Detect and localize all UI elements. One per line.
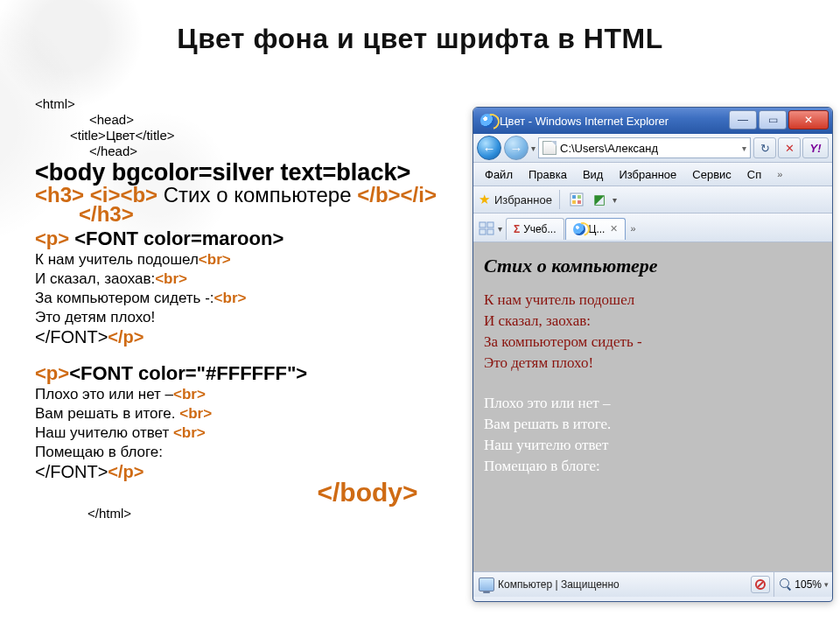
tag-html-open: <html> bbox=[35, 96, 455, 112]
ie-page-icon bbox=[573, 223, 585, 235]
navigation-bar: ← → ▾ C:\Users\Александ ▾ ↻ ✕ Y! bbox=[473, 134, 832, 163]
maximize-button[interactable]: ▭ bbox=[759, 110, 787, 130]
tag-title-line: <title>Цвет</title> bbox=[70, 128, 455, 144]
rendered-stanza-2: Плохо это или нет – Вам решать в итоге. … bbox=[484, 393, 822, 477]
tag-head-open: <head> bbox=[89, 112, 455, 128]
br-tag: <br> bbox=[173, 386, 206, 402]
quick-tabs-icon[interactable] bbox=[477, 219, 496, 238]
p1-l2: И сказал, заохав: bbox=[484, 312, 591, 329]
p2-l1: Плохо это или нет – bbox=[484, 395, 610, 411]
poem2-source: Плохо это или нет –<br> Вам решать в ито… bbox=[35, 385, 455, 462]
zoom-dropdown-icon[interactable]: ▾ bbox=[824, 580, 829, 589]
tag-h3-open: <h3> bbox=[35, 183, 84, 206]
tag-font-close-2: </FONT> bbox=[35, 462, 108, 481]
suggested-sites-icon[interactable] bbox=[567, 190, 586, 209]
security-zone-text: Компьютер | Защищенно bbox=[498, 578, 620, 591]
br-tag: <br> bbox=[179, 405, 212, 422]
poem1-l4: Это детям плохо! bbox=[35, 309, 155, 326]
tab-2-active[interactable]: Ц... ✕ bbox=[565, 218, 626, 240]
tabbar-overflow-icon[interactable]: » bbox=[626, 223, 639, 234]
stop-button[interactable]: ✕ bbox=[778, 137, 801, 158]
rendered-stanza-1: К нам учитель подошел И сказал, заохав: … bbox=[484, 290, 822, 374]
menu-bar: Файл Правка Вид Избранное Сервис Сп » bbox=[473, 163, 832, 186]
tag-html-close: </html> bbox=[88, 506, 455, 522]
rendered-page: Стих о компьютере К нам учитель подошел … bbox=[473, 242, 832, 571]
tag-p-open-1: <p> bbox=[35, 228, 69, 249]
forward-button[interactable]: → bbox=[504, 136, 528, 160]
tab-1[interactable]: Σ Учеб... bbox=[506, 218, 564, 240]
zoom-value: 105% bbox=[794, 578, 822, 591]
poem1-l1: К нам учитель подошел bbox=[35, 251, 199, 268]
status-bar: Компьютер | Защищенно 105% ▾ bbox=[473, 571, 832, 597]
menu-help[interactable]: Сп bbox=[739, 165, 769, 184]
svg-line-10 bbox=[758, 582, 763, 587]
refresh-button[interactable]: ↻ bbox=[753, 137, 776, 158]
page-icon bbox=[542, 141, 556, 155]
tag-h3-close: </h3> bbox=[79, 205, 455, 224]
magnifier-icon bbox=[780, 578, 792, 591]
p-font-white-line: <p><FONT color="#FFFFFF"> bbox=[35, 364, 455, 383]
p1-l4: Это детям плохо! bbox=[484, 354, 593, 371]
br-tag: <br> bbox=[199, 251, 231, 268]
back-button[interactable]: ← bbox=[477, 136, 501, 160]
tag-font-close-1: </FONT> bbox=[35, 327, 108, 346]
tab-bar: ▾ Σ Учеб... Ц... ✕ » bbox=[473, 214, 832, 242]
svg-rect-3 bbox=[572, 200, 576, 204]
tablist-dropdown-icon[interactable]: ▾ bbox=[498, 224, 506, 234]
tag-font-white: <FONT color="#FFFFFF"> bbox=[69, 362, 307, 384]
favbar-dropdown-icon[interactable]: ▾ bbox=[612, 195, 617, 205]
web-slice-icon[interactable]: ◩ bbox=[590, 190, 609, 209]
h3-text: Стих о компьютере bbox=[164, 183, 357, 206]
poem2-l3: Наш учителю ответ bbox=[35, 424, 173, 441]
svg-rect-6 bbox=[487, 222, 494, 228]
minimize-button[interactable]: ― bbox=[729, 110, 757, 130]
tab-1-label: Учеб... bbox=[523, 223, 556, 235]
poem1-source: К нам учитель подошел<br> И сказал, заох… bbox=[35, 250, 455, 327]
ie-window: Цвет - Windows Internet Explorer ― ▭ ✕ ←… bbox=[472, 107, 833, 602]
favorites-bar: ★ Избранное ◩ ▾ bbox=[473, 186, 832, 214]
p2-l3: Наш учителю ответ bbox=[484, 437, 608, 453]
address-bar[interactable]: C:\Users\Александ ▾ bbox=[538, 137, 751, 158]
tag-title-open: <title> bbox=[70, 128, 106, 143]
poem1-l2: И сказал, заохав: bbox=[35, 270, 155, 287]
menu-overflow-icon[interactable]: » bbox=[769, 166, 790, 182]
window-title: Цвет - Windows Internet Explorer bbox=[500, 115, 668, 128]
menu-view[interactable]: Вид bbox=[575, 165, 612, 184]
slide-title: Цвет фона и цвет шрифта в HTML bbox=[0, 23, 840, 55]
br-tag: <br> bbox=[155, 270, 187, 287]
zoom-control[interactable]: 105% ▾ bbox=[774, 572, 829, 597]
separator bbox=[559, 190, 560, 209]
svg-rect-2 bbox=[578, 195, 581, 199]
svg-rect-4 bbox=[578, 200, 581, 204]
poem1-l3: За компьютером сидеть -: bbox=[35, 290, 214, 306]
close-button[interactable]: ✕ bbox=[788, 110, 829, 130]
menu-edit[interactable]: Правка bbox=[521, 165, 575, 184]
address-dropdown-icon[interactable]: ▾ bbox=[742, 144, 746, 153]
svg-rect-5 bbox=[480, 222, 486, 228]
p2-l4: Помещаю в блоге: bbox=[484, 458, 600, 474]
tag-body-open: <body bgcolor=silver text=black> bbox=[35, 163, 455, 182]
tag-p-close-2: </p> bbox=[108, 462, 144, 481]
p-font-maroon-line: <p> <FONT color=maroon> bbox=[35, 229, 455, 248]
p1-l1: К нам учитель подошел bbox=[484, 291, 634, 308]
window-titlebar[interactable]: Цвет - Windows Internet Explorer ― ▭ ✕ bbox=[473, 108, 832, 134]
rendered-heading: Стих о компьютере bbox=[484, 255, 822, 277]
protected-mode-icon[interactable] bbox=[751, 576, 770, 593]
menu-favorites[interactable]: Избранное bbox=[611, 165, 684, 184]
svg-rect-8 bbox=[487, 229, 494, 234]
favorites-label[interactable]: Избранное bbox=[494, 193, 552, 206]
tag-ib-close: </b></i> bbox=[357, 183, 437, 206]
svg-rect-1 bbox=[572, 195, 576, 199]
search-provider-button[interactable]: Y! bbox=[802, 137, 829, 158]
tag-title-close: </title> bbox=[136, 128, 175, 143]
history-dropdown-icon[interactable]: ▾ bbox=[531, 144, 536, 153]
br-tag: <br> bbox=[214, 290, 247, 306]
poem2-l2: Вам решать в итоге. bbox=[35, 405, 179, 422]
address-text: C:\Users\Александ bbox=[560, 142, 658, 155]
tag-p-close-1: </p> bbox=[108, 327, 144, 346]
favorites-star-icon[interactable]: ★ bbox=[477, 192, 491, 206]
menu-service[interactable]: Сервис bbox=[684, 165, 739, 184]
tab-2-label: Ц... bbox=[589, 223, 606, 235]
tab-close-icon[interactable]: ✕ bbox=[610, 223, 618, 234]
menu-file[interactable]: Файл bbox=[477, 165, 521, 184]
